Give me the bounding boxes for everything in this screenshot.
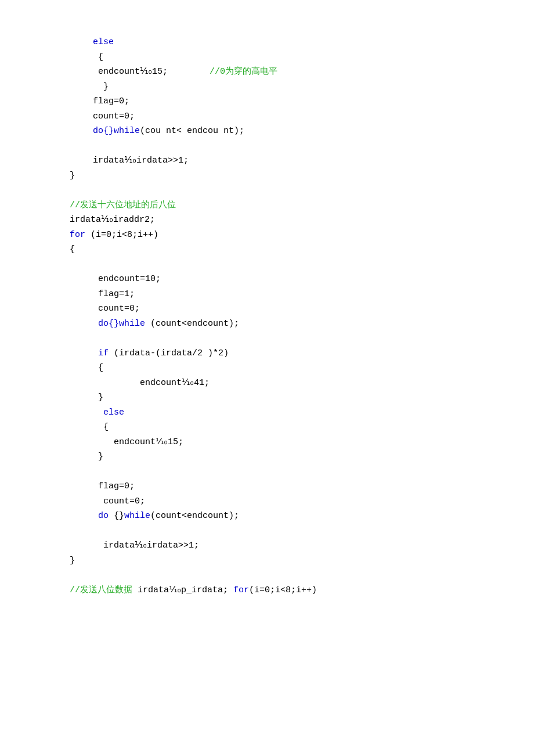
code-line: //发送十六位地址的后八位 [70,198,534,213]
code-line: flag=1; [70,287,534,302]
code-line: count=0; [70,109,534,124]
code-line [70,465,534,480]
code-line: endcount⅒15; [70,435,534,450]
code-line: { [70,50,534,65]
code-line: { [70,361,534,376]
code-line: } [70,80,534,95]
code-line: } [70,553,534,568]
code-line: do{}while (count<endcount); [70,316,534,332]
code-line: flag=0; [70,479,534,494]
code-line: } [70,168,534,183]
code-line: irdata⅒irdata>>1; [70,153,534,168]
code-line [70,139,534,154]
code-line [70,331,534,346]
code-container: else { endcount⅒15; //0为穿的高电平 }flag=0;co… [70,35,534,597]
code-line [70,524,534,539]
code-line [70,183,534,198]
code-line: do{}while(cou nt< endcou nt); [70,124,534,139]
code-line: { [70,242,534,257]
code-line: irdata⅒irdata>>1; [70,538,534,553]
code-line: //发送八位数据 irdata⅒p_irdata; for(i=0;i<8;i+… [70,583,534,598]
code-line: count=0; [70,494,534,509]
code-line: flag=0; [70,94,534,109]
code-line: else [70,35,534,50]
code-line: } [70,449,534,465]
code-line: } [70,390,534,405]
code-line [70,568,534,583]
code-line: for (i=0;i<8;i++) [70,228,534,243]
code-line: if (irdata-(irdata/2 )*2) [70,346,534,361]
code-line: endcount⅒15; //0为穿的高电平 [70,64,534,80]
code-line: count=0; [70,301,534,316]
code-line: irdata⅒iraddr2; [70,213,534,228]
code-line: endcount=10; [70,272,534,287]
code-line: endcount⅒41; [70,376,534,391]
code-line: { [70,420,534,435]
code-line: do {}while(count<endcount); [70,509,534,524]
code-line: else [70,405,534,420]
code-line [70,257,534,272]
